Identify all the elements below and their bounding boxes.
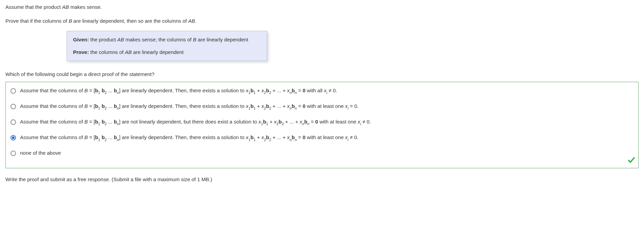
intro-line1-suffix: makes sense. <box>69 4 102 10</box>
radio-unchecked-icon[interactable] <box>11 104 16 109</box>
option-3[interactable]: Assume that the columns of B = [b1 b2 ..… <box>11 118 633 126</box>
radio-checked-icon[interactable] <box>11 135 16 140</box>
option-1-text: Assume that the columns of B = [b1 b2 ..… <box>20 87 633 95</box>
intro-line2-mid: are linearly dependent, then so are the … <box>72 18 188 24</box>
correct-checkmark-icon <box>627 156 636 167</box>
question-text: Which of the following could begin a dir… <box>5 71 639 78</box>
given-ab: AB <box>117 37 124 42</box>
answer-options: Assume that the columns of B = [b1 b2 ..… <box>5 82 639 168</box>
intro-line2-suffix: . <box>195 18 196 24</box>
problem-statement: Assume that the product AB makes sense. … <box>5 3 639 25</box>
prove-text-1: the columns of <box>89 49 125 55</box>
free-response-instruction: Write the proof and submit as a free res… <box>5 176 639 184</box>
radio-unchecked-icon[interactable] <box>11 119 16 125</box>
option-4[interactable]: Assume that the columns of B = [b1 b2 ..… <box>11 134 633 142</box>
intro-ab: AB <box>62 4 69 10</box>
option-3-text: Assume that the columns of B = [b1 b2 ..… <box>20 118 633 126</box>
given-label: Given: <box>73 37 89 42</box>
option-2[interactable]: Assume that the columns of B = [b1 b2 ..… <box>11 102 633 111</box>
option-5[interactable]: none of the above <box>11 149 633 157</box>
option-5-text: none of the above <box>20 149 633 157</box>
intro-b: B <box>69 18 72 24</box>
prove-ab: AB <box>125 49 132 55</box>
intro-line2-prefix: Prove that if the columns of <box>5 18 69 24</box>
intro-line1-prefix: Assume that the product <box>5 4 62 10</box>
given-text-2: makes sense; the columns of <box>124 37 193 42</box>
intro-ab2: AB <box>188 18 195 24</box>
given-prove-box: Given: the product AB makes sense; the c… <box>67 31 267 61</box>
radio-unchecked-icon[interactable] <box>11 151 16 156</box>
prove-text-2: are linearly dependent <box>132 49 184 55</box>
radio-unchecked-icon[interactable] <box>11 88 16 94</box>
given-text-1: the product <box>89 37 117 42</box>
given-text-3: are linearly dependent <box>196 37 248 42</box>
option-2-text: Assume that the columns of B = [b1 b2 ..… <box>20 102 633 111</box>
given-b: B <box>193 37 196 42</box>
option-1[interactable]: Assume that the columns of B = [b1 b2 ..… <box>11 87 633 95</box>
option-4-text: Assume that the columns of B = [b1 b2 ..… <box>20 134 633 142</box>
prove-label: Prove: <box>73 49 89 55</box>
